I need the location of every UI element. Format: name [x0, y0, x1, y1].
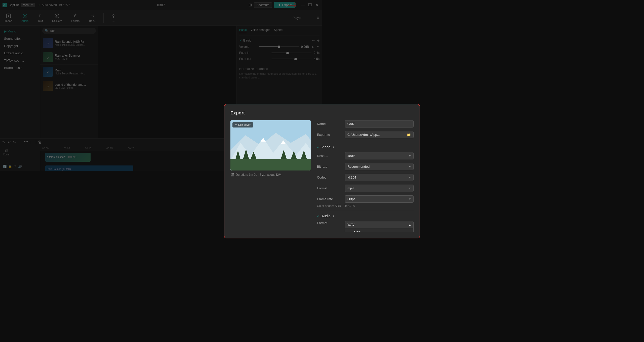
bitrate-row: Bit rate Recommended ▾: [317, 163, 322, 170]
modal-body: ✏ Edit cover 🎬 Duration: 1m 0s | Size: a…: [230, 120, 322, 171]
preview-container: ✏ Edit cover: [230, 120, 311, 170]
modal-preview: ✏ Edit cover 🎬 Duration: 1m 0s | Size: a…: [230, 120, 311, 171]
modal-title: Export: [230, 110, 322, 116]
svg-rect-26: [230, 159, 311, 170]
export-to-row: Export to 📁: [317, 131, 322, 138]
resolution-row: Resol... 480P ▾: [317, 152, 322, 159]
preview-thumbnail: [230, 120, 311, 170]
edit-cover-button[interactable]: ✏ Edit cover: [232, 122, 253, 127]
export-modal: Export: [224, 104, 322, 171]
modal-overlay: Export: [0, 0, 322, 171]
name-row: Name: [317, 120, 322, 127]
preview-scene: [230, 120, 311, 170]
video-section-header: ✓ Video ▲: [317, 145, 322, 149]
modal-settings: Name Export to 📁 ✓ Video ▲: [317, 120, 322, 171]
divider-1: [317, 142, 322, 142]
